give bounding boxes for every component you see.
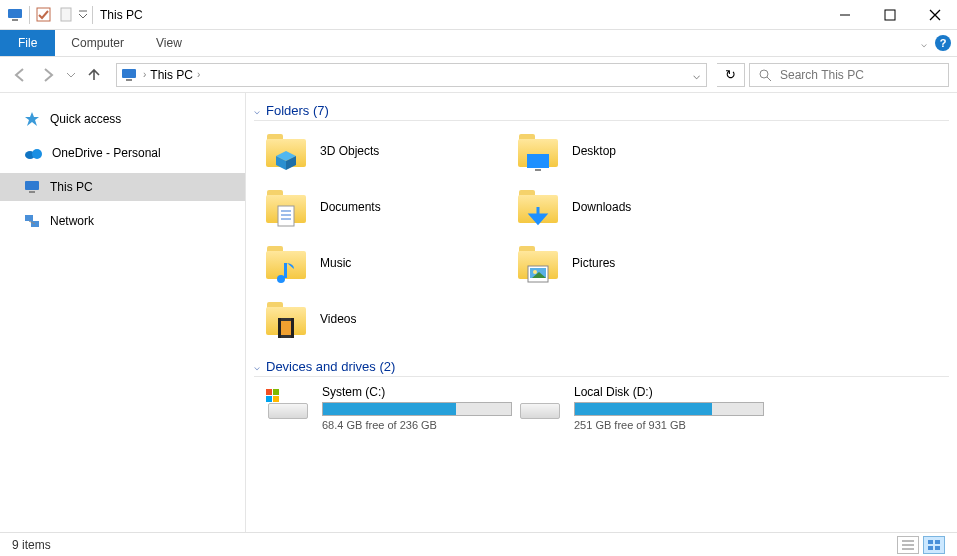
search-input[interactable]: Search This PC	[749, 63, 949, 87]
tab-computer[interactable]: Computer	[55, 30, 140, 56]
sidebar-item-label: Network	[50, 214, 94, 228]
address-dropdown-icon[interactable]: ⌵	[686, 68, 706, 82]
network-icon	[24, 214, 40, 228]
group-header-folders[interactable]: ⌵ Folders (7)	[254, 103, 949, 121]
svg-point-8	[760, 70, 768, 78]
sidebar-item-network[interactable]: Network	[0, 207, 245, 235]
help-icon[interactable]: ?	[935, 35, 951, 51]
qat-checkbox-icon[interactable]	[33, 4, 55, 26]
forward-button[interactable]	[36, 63, 60, 87]
sidebar-item-quick-access[interactable]: Quick access	[0, 105, 245, 133]
group-header-drives[interactable]: ⌵ Devices and drives (2)	[254, 359, 949, 377]
svg-rect-22	[535, 169, 541, 171]
folder-item[interactable]: Downloads	[518, 185, 768, 229]
svg-rect-2	[37, 8, 50, 21]
maximize-button[interactable]	[867, 0, 912, 29]
chevron-right-icon[interactable]: ›	[143, 69, 146, 80]
chevron-down-icon: ⌵	[254, 361, 260, 372]
navigation-pane: Quick access OneDrive - Personal This PC…	[0, 93, 246, 532]
svg-rect-6	[122, 69, 136, 78]
folder-item[interactable]: Documents	[266, 185, 516, 229]
svg-rect-35	[278, 318, 281, 338]
file-tab[interactable]: File	[0, 30, 55, 56]
drive-item[interactable]: Local Disk (D:)251 GB free of 931 GB	[518, 385, 768, 431]
svg-rect-7	[126, 79, 132, 81]
ribbon: File Computer View ⌵ ?	[0, 30, 957, 57]
svg-rect-37	[266, 389, 272, 395]
tab-view[interactable]: View	[140, 30, 198, 56]
group-title: Folders (7)	[266, 103, 329, 118]
svg-rect-36	[291, 318, 294, 338]
drive-icon	[518, 389, 562, 425]
svg-rect-3	[61, 8, 71, 21]
large-icons-view-button[interactable]	[923, 536, 945, 554]
folder-item[interactable]: Music	[266, 241, 516, 285]
folder-icon	[518, 243, 558, 283]
breadcrumb[interactable]: This PC	[146, 68, 197, 82]
svg-rect-13	[25, 181, 39, 190]
address-bar[interactable]: › This PC › ⌵	[116, 63, 707, 87]
drive-usage-bar	[574, 402, 764, 416]
chevron-right-icon[interactable]: ›	[197, 69, 200, 80]
drive-item[interactable]: System (C:)68.4 GB free of 236 GB	[266, 385, 516, 431]
drive-free-text: 251 GB free of 931 GB	[574, 419, 764, 431]
folder-item[interactable]: Pictures	[518, 241, 768, 285]
content-pane: ⌵ Folders (7) 3D ObjectsDesktopDocuments…	[246, 93, 957, 532]
svg-rect-14	[29, 191, 35, 193]
svg-rect-0	[8, 9, 22, 18]
refresh-button[interactable]: ↻	[717, 63, 745, 87]
close-button[interactable]	[912, 0, 957, 29]
sidebar-item-onedrive[interactable]: OneDrive - Personal	[0, 139, 245, 167]
minimize-button[interactable]	[822, 0, 867, 29]
sidebar-item-this-pc[interactable]: This PC	[0, 173, 245, 201]
titlebar: This PC	[0, 0, 957, 30]
status-text: 9 items	[12, 538, 51, 552]
svg-marker-10	[25, 112, 39, 126]
svg-rect-40	[273, 396, 279, 402]
address-pc-icon	[121, 68, 137, 82]
folder-label: Videos	[320, 312, 356, 326]
search-icon	[758, 68, 772, 82]
status-bar: 9 items	[0, 532, 957, 556]
drive-icon	[266, 389, 310, 425]
folder-item[interactable]: Desktop	[518, 129, 768, 173]
svg-rect-44	[928, 540, 933, 544]
folder-label: Documents	[320, 200, 381, 214]
search-placeholder: Search This PC	[780, 68, 864, 82]
svg-point-31	[533, 270, 537, 274]
up-button[interactable]	[82, 63, 106, 87]
sidebar-item-label: This PC	[50, 180, 93, 194]
qat-dropdown-icon[interactable]	[77, 4, 89, 26]
drive-usage-bar	[322, 402, 512, 416]
folder-item[interactable]: Videos	[266, 297, 516, 341]
window-title: This PC	[100, 8, 143, 22]
star-icon	[24, 111, 40, 127]
svg-rect-23	[278, 206, 294, 226]
folder-icon	[266, 131, 306, 171]
svg-rect-39	[266, 396, 272, 402]
folder-label: Desktop	[572, 144, 616, 158]
drive-label: Local Disk (D:)	[574, 385, 764, 399]
folder-label: Downloads	[572, 200, 631, 214]
drive-label: System (C:)	[322, 385, 512, 399]
svg-rect-28	[284, 263, 287, 278]
pc-icon	[4, 4, 26, 26]
qat-doc-icon[interactable]	[55, 4, 77, 26]
svg-point-27	[277, 275, 285, 283]
chevron-down-icon: ⌵	[254, 105, 260, 116]
svg-rect-46	[928, 546, 933, 550]
folder-label: Music	[320, 256, 351, 270]
details-view-button[interactable]	[897, 536, 919, 554]
svg-point-12	[32, 149, 42, 159]
back-button[interactable]	[8, 63, 32, 87]
svg-rect-38	[273, 389, 279, 395]
folder-label: 3D Objects	[320, 144, 379, 158]
folder-label: Pictures	[572, 256, 615, 270]
svg-line-9	[767, 77, 771, 81]
ribbon-collapse-icon[interactable]: ⌵	[921, 38, 927, 49]
folder-item[interactable]: 3D Objects	[266, 129, 516, 173]
svg-rect-34	[280, 321, 292, 335]
group-title: Devices and drives (2)	[266, 359, 395, 374]
svg-rect-45	[935, 540, 940, 544]
recent-dropdown-icon[interactable]	[64, 63, 78, 87]
